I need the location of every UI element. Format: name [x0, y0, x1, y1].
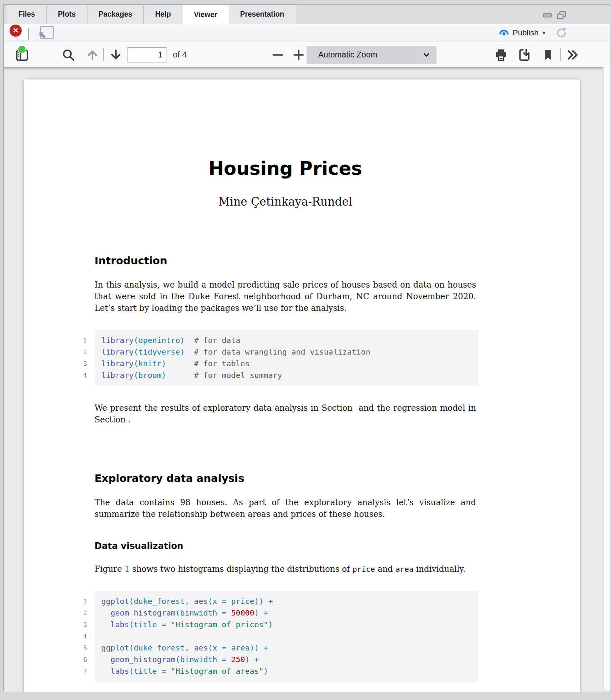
code-token: # for data — [185, 336, 241, 345]
tab-viewer[interactable]: Viewer — [182, 5, 229, 25]
zoom-in-button[interactable] — [292, 48, 305, 62]
code-token: "Histogram of areas" — [171, 667, 264, 675]
code-token — [101, 608, 110, 617]
code-token: (knitr) — [134, 359, 166, 368]
code-token — [101, 667, 110, 675]
save-button[interactable] — [517, 48, 532, 62]
code-token: ) + — [254, 608, 268, 617]
line-number: 7 — [77, 665, 87, 677]
code-line: library(tidyverse) # for data wrangling … — [101, 346, 478, 358]
more-tools-button[interactable] — [565, 48, 580, 62]
tab-strip: FilesPlotsPackagesHelpViewerPresentation — [7, 5, 610, 24]
doc-paragraph: We present the results of exploratory da… — [95, 402, 476, 426]
sidebar-notification-dot — [18, 45, 26, 53]
toolbar-divider — [34, 27, 34, 38]
code-token: ) + — [245, 655, 259, 664]
code-token: library — [101, 359, 134, 368]
code-token — [101, 655, 110, 664]
close-icon: ✕ — [10, 25, 22, 37]
print-button[interactable] — [494, 48, 509, 62]
toolbar-divider — [560, 48, 561, 61]
code-line: geom_histogram(binwidth = 50000) + — [101, 607, 478, 619]
code-line: library(knitr) # for tables — [101, 358, 478, 370]
refresh-button[interactable] — [555, 27, 568, 39]
doc-heading: Exploratory data analysis — [95, 472, 476, 484]
text-run: and — [375, 564, 395, 574]
code-token: # for data wrangling and visualization — [185, 348, 371, 356]
code-line-numbers: 1234 — [77, 330, 87, 386]
zoom-select[interactable]: Automatic Zoom — [307, 46, 436, 64]
current-view-bookmark-button[interactable] — [542, 48, 554, 62]
toolbar-divider — [288, 48, 288, 61]
code-token: (binwidth = — [175, 655, 231, 664]
open-in-new-window-button[interactable]: ⬉ — [38, 26, 54, 40]
code-token: 250 — [231, 655, 245, 664]
tab-help[interactable]: Help — [143, 5, 182, 24]
code-token: (x = price)) + — [208, 597, 273, 606]
tab-presentation[interactable]: Presentation — [229, 5, 296, 24]
code-line: ggplot(duke_forest, aes(x = area)) + — [101, 642, 478, 654]
line-number: 3 — [77, 358, 87, 370]
zoom-out-button[interactable] — [271, 48, 284, 62]
document-body: IntroductionIn this analysis, we build a… — [95, 255, 476, 682]
document-author: Mine Çetinkaya-Rundel — [95, 195, 476, 208]
figure-reference-link[interactable]: 1 — [125, 564, 130, 574]
tab-plots[interactable]: Plots — [46, 5, 87, 24]
code-line — [101, 630, 478, 642]
chevron-down-icon: ▼ — [541, 30, 546, 36]
code-token: (openintro) — [134, 336, 185, 345]
code-token: ggplot — [101, 643, 129, 652]
document-title: Housing Prices — [95, 159, 476, 179]
tab-files[interactable]: Files — [7, 5, 47, 24]
text-run: shows two histograms displaying the dist… — [130, 564, 352, 574]
previous-page-button[interactable] — [85, 48, 100, 62]
publish-button[interactable]: Publish ▼ — [498, 27, 546, 38]
code-token: ggplot — [101, 597, 129, 606]
code-block: 1234567ggplot(duke_forest, aes(x = price… — [77, 591, 478, 682]
code-token: (binwidth = — [175, 608, 231, 617]
line-number: 4 — [77, 630, 87, 642]
clear-viewer-button[interactable]: ✕ — [10, 25, 30, 40]
code-token: aes — [194, 597, 208, 606]
minimize-pane-icon[interactable] — [543, 12, 553, 19]
rstudio-viewer-pane: FilesPlotsPackagesHelpViewerPresentation… — [3, 4, 610, 691]
code-lines: library(openintro) # for datalibrary(tid… — [95, 330, 478, 386]
line-number: 3 — [77, 619, 87, 630]
pdf-page: Housing Prices Mine Çetinkaya-Rundel Int… — [24, 79, 580, 692]
code-token: geom_histogram — [110, 655, 175, 664]
maximize-pane-icon[interactable] — [556, 11, 567, 20]
search-button[interactable] — [61, 48, 75, 62]
popout-arrow-icon: ⬉ — [38, 30, 46, 40]
next-page-button[interactable] — [109, 48, 123, 62]
code-token: library — [101, 348, 134, 356]
tab-packages[interactable]: Packages — [87, 5, 144, 24]
line-number: 1 — [77, 335, 87, 346]
doc-paragraph: In this analysis, we build a model predi… — [95, 279, 476, 314]
code-token: "Histogram of prices" — [171, 620, 268, 629]
viewer-scrollbar[interactable] — [603, 67, 610, 690]
code-token: library — [101, 336, 134, 345]
code-token — [101, 620, 110, 629]
code-token: # for model summary — [166, 371, 282, 380]
code-line: library(openintro) # for data — [101, 335, 478, 346]
code-token: 50000 — [231, 608, 254, 617]
chevron-down-icon — [422, 51, 431, 59]
code-line: library(broom) # for model summary — [101, 370, 478, 381]
page-number-input[interactable] — [127, 47, 167, 62]
code-token: (title = — [129, 667, 171, 675]
code-line-numbers: 1234567 — [77, 591, 87, 682]
code-line: geom_histogram(binwidth = 250) + — [101, 654, 478, 665]
line-number: 2 — [77, 607, 87, 619]
text-run: We present the results of exploratory da… — [95, 403, 476, 424]
line-number: 5 — [77, 642, 87, 654]
code-token: labs — [110, 667, 129, 675]
line-number: 1 — [77, 596, 87, 607]
code-lines: ggplot(duke_forest, aes(x = price)) + ge… — [95, 591, 478, 682]
toolbar-divider — [103, 48, 104, 61]
code-token: ) — [268, 620, 273, 629]
doc-paragraph: Figure 1 shows two histograms displaying… — [95, 563, 476, 575]
text-run: area — [396, 565, 414, 573]
line-number: 2 — [77, 346, 87, 358]
doc-paragraph: The data contains 98 houses. As part of … — [95, 497, 476, 520]
code-block: 1234library(openintro) # for datalibrary… — [77, 330, 478, 386]
